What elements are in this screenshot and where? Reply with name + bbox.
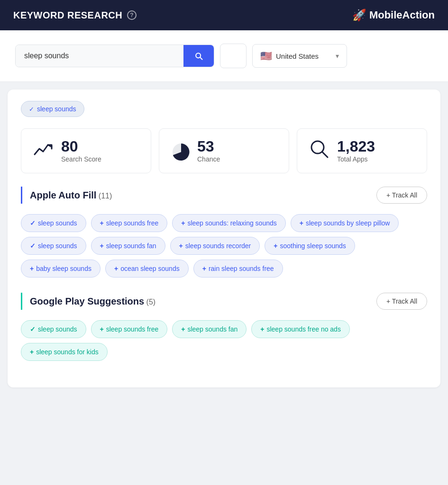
chip-google-sleep-sounds[interactable]: ✓ sleep sounds [21, 320, 86, 338]
help-icon[interactable]: ? [127, 10, 137, 20]
google-play-section: Google Play Suggestions (5) + Track All … [21, 293, 427, 361]
search-area: 🇺🇸 United States ▾ [0, 30, 448, 82]
chip-label: baby sleep sounds [36, 265, 91, 272]
search-icon [194, 51, 203, 61]
pie-chart-icon [171, 142, 190, 161]
plus-icon: + [202, 265, 206, 272]
svg-line-2 [322, 152, 328, 157]
check-icon: ✓ [30, 219, 36, 227]
main-content: ✓ sleep sounds 80 Search Score [8, 90, 440, 387]
chip-ocean-sleep-sounds[interactable]: + ocean sleep sounds [105, 260, 189, 278]
plus-icon: + [181, 325, 185, 333]
chip-sleep-sounds-free[interactable]: + sleep sounds free [91, 214, 168, 232]
chip-sleep-sounds-2[interactable]: ✓ sleep sounds [21, 237, 86, 255]
plus-icon: + [181, 219, 185, 227]
plus-icon: + [30, 348, 34, 356]
plus-icon: + [100, 219, 104, 227]
chance-value: 53 [197, 139, 220, 154]
chip-label: sleep sounds fan [106, 242, 156, 250]
search-button[interactable] [183, 45, 214, 67]
logo-rocket-icon: 🚀 [352, 9, 366, 22]
google-chips-wrap: ✓ sleep sounds + sleep sounds free + sle… [21, 320, 427, 361]
filter-tag-sleep-sounds[interactable]: ✓ sleep sounds [21, 101, 84, 117]
stat-card-total-apps: 1,823 Total Apps [297, 128, 427, 173]
plus-icon: + [274, 242, 277, 250]
apple-chips-wrap: ✓ sleep sounds + sleep sounds free + sle… [21, 214, 427, 278]
chip-label: rain sleep sounds free [209, 265, 274, 272]
check-icon: ✓ [30, 325, 36, 333]
chip-label: sleep sounds [38, 219, 77, 227]
tag-filter-row: ✓ sleep sounds [21, 101, 427, 117]
chip-label: sleep sounds free [106, 325, 159, 333]
chip-label: sleep sounds free no ads [266, 325, 340, 333]
search-input[interactable] [16, 45, 183, 67]
stat-card-chance: 53 Chance [159, 128, 289, 173]
apple-autofill-header: Apple Auto Fill (11) + Track All [21, 187, 427, 204]
page-title: KEYWORD RESEARCH ? [13, 10, 137, 21]
chip-label: sleep sounds fan [187, 325, 238, 333]
logo-text: MobileAction [369, 9, 435, 21]
chip-sleep-sounds-fan[interactable]: + sleep sounds fan [91, 237, 165, 255]
plus-icon: + [179, 242, 183, 250]
plus-icon: + [114, 265, 118, 272]
chip-label: sleep sounds [38, 325, 77, 333]
stats-row: 80 Search Score 53 Chance [21, 128, 427, 173]
chip-sleep-sounds-recorder[interactable]: + sleep sounds recorder [170, 237, 260, 255]
google-track-all-label: + Track All [386, 297, 417, 305]
total-apps-value: 1,823 [337, 139, 375, 154]
country-selector[interactable]: 🇺🇸 United States ▾ [252, 44, 347, 68]
google-play-header: Google Play Suggestions (5) + Track All [21, 293, 427, 310]
chart-icon [33, 138, 54, 163]
check-icon: ✓ [30, 242, 36, 250]
plus-icon: + [30, 265, 34, 272]
search-score-value: 80 [61, 139, 101, 154]
plus-icon: + [260, 325, 264, 333]
chip-google-sleep-sounds-free[interactable]: + sleep sounds free [91, 320, 168, 338]
chip-sleep-sounds-pillow[interactable]: + sleep sounds by sleep pillow [291, 214, 399, 232]
country-name: United States [276, 52, 319, 60]
country-flag-icon: 🇺🇸 [260, 50, 272, 62]
chip-rain-sleep-sounds-free[interactable]: + rain sleep sounds free [193, 260, 283, 278]
apple-track-all-button[interactable]: + Track All [376, 187, 427, 204]
chip-sleep-sounds-relaxing[interactable]: + sleep sounds: relaxing sounds [172, 214, 286, 232]
chance-label: Chance [197, 155, 220, 163]
chip-label: soothing sleep sounds [280, 242, 346, 250]
chip-soothing-sleep-sounds[interactable]: + soothing sleep sounds [265, 237, 355, 255]
chip-label: sleep sounds: relaxing sounds [187, 219, 276, 227]
total-apps-label: Total Apps [337, 155, 375, 163]
chip-google-sleep-sounds-fan[interactable]: + sleep sounds fan [172, 320, 247, 338]
magnifier-icon [309, 138, 329, 163]
plus-icon: + [300, 219, 303, 227]
stat-card-search-score: 80 Search Score [21, 128, 151, 173]
google-track-all-button[interactable]: + Track All [376, 293, 427, 310]
logo: 🚀 MobileAction [352, 9, 435, 22]
chip-label: sleep sounds [38, 242, 77, 250]
google-play-title-wrap: Google Play Suggestions (5) [30, 296, 155, 307]
stat-info-search-score: 80 Search Score [61, 139, 101, 163]
search-score-label: Search Score [61, 155, 101, 163]
apple-autofill-title: Apple Auto Fill [30, 190, 96, 200]
chip-label: ocean sleep sounds [120, 265, 180, 272]
plus-icon: + [100, 242, 104, 250]
title-text: KEYWORD RESEARCH [13, 10, 122, 21]
checkmark-icon: ✓ [29, 106, 34, 113]
chip-sleep-sounds-1[interactable]: ✓ sleep sounds [21, 214, 86, 232]
chip-label: sleep sounds recorder [185, 242, 251, 250]
chip-google-sleep-sounds-free-no-ads[interactable]: + sleep sounds free no ads [251, 320, 350, 338]
apple-track-all-label: + Track All [386, 191, 417, 199]
chip-label: sleep sounds for kids [36, 348, 99, 356]
search-input-wrap [15, 45, 214, 67]
stat-info-total-apps: 1,823 Total Apps [337, 139, 375, 163]
filter-tag-label: sleep sounds [37, 105, 76, 113]
apple-autofill-count: (11) [99, 192, 112, 200]
platform-apple-button[interactable] [220, 44, 247, 68]
chip-label: sleep sounds by sleep pillow [306, 219, 390, 227]
chevron-down-icon: ▾ [336, 52, 339, 60]
header: KEYWORD RESEARCH ? 🚀 MobileAction [0, 0, 448, 30]
chip-label: sleep sounds free [106, 219, 159, 227]
chip-google-sleep-sounds-kids[interactable]: + sleep sounds for kids [21, 343, 108, 361]
plus-icon: + [100, 325, 104, 333]
stat-info-chance: 53 Chance [197, 139, 220, 163]
google-play-count: (5) [146, 298, 156, 306]
chip-baby-sleep-sounds[interactable]: + baby sleep sounds [21, 260, 101, 278]
